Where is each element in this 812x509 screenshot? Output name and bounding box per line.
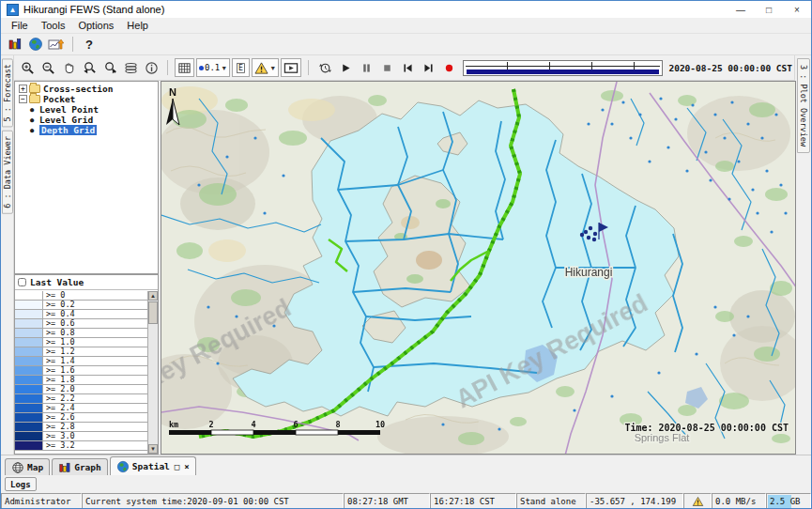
scrollbar-thumb[interactable] [148, 301, 158, 324]
chevron-down-icon: ▼ [269, 65, 276, 71]
status-system-time: Current system time:2020-09-01 00:00 CST [82, 493, 344, 509]
tab-map[interactable]: Map [5, 458, 50, 475]
warning-icon [692, 496, 704, 507]
tree-item-depth-grid[interactable]: ●Depth Grid [17, 125, 158, 135]
tree-item-label: Pocket [43, 94, 75, 104]
main-toolbar: ? [1, 34, 811, 55]
map-toolbar: 0.1▼ E ▼ 2020-08-25 00:00:00 CST [14, 55, 794, 81]
logs-button[interactable]: Logs [5, 477, 37, 491]
legend-scrollbar[interactable]: ▲ ▼ [147, 291, 158, 454]
legend-row: >= 1.6 [15, 366, 147, 376]
toolbar-separator [308, 60, 309, 75]
bullet-icon: ● [30, 116, 37, 124]
svg-text:2: 2 [208, 420, 213, 429]
tree-item-level-point[interactable]: ●Level Point [17, 104, 158, 115]
stop-icon [381, 62, 393, 74]
pan-button[interactable] [58, 58, 79, 77]
zoom-out-button[interactable] [38, 58, 58, 77]
legend-row: >= 2.6 [15, 413, 147, 423]
legend-color-swatch [15, 441, 43, 450]
side-tab-3-plot-overview[interactable]: 3 : Plot Overview [797, 58, 810, 153]
scroll-up-icon[interactable]: ▲ [148, 291, 158, 301]
longitudinal-profile-button[interactable]: E [232, 58, 250, 77]
last-value-label: Last Value [30, 277, 84, 287]
scroll-down-icon[interactable]: ▼ [148, 444, 158, 454]
menu-options[interactable]: Options [71, 20, 120, 31]
menu-file[interactable]: File [5, 20, 35, 31]
globe-wire-icon [11, 461, 24, 474]
last-value-checkbox[interactable] [18, 278, 26, 286]
legend-row: >= 0 [15, 291, 147, 301]
record-icon [443, 62, 455, 74]
status-alert[interactable] [683, 493, 712, 509]
maximize-button[interactable]: □ [755, 1, 783, 18]
tree-expander-icon[interactable]: − [19, 95, 27, 103]
chevron-down-icon: ▼ [221, 65, 227, 71]
spatial-display-button[interactable] [25, 35, 46, 54]
map-viewport[interactable]: API Key Required API Key Required Hikura… [161, 81, 796, 455]
status-local-time: 16:27:18 CST [430, 493, 516, 509]
town-label: Hikurangi [565, 266, 613, 279]
help-button[interactable]: ? [79, 35, 100, 54]
time-selection-bar [467, 69, 659, 74]
tree-item-pocket[interactable]: −Pocket [17, 94, 158, 104]
tree-item-label: Cross-section [43, 84, 113, 94]
zoom-previous-button[interactable] [79, 58, 100, 77]
grid-display-button[interactable] [175, 58, 194, 77]
time-slider[interactable] [463, 60, 663, 76]
legend-class-label: >= 1.2 [43, 347, 75, 356]
close-button[interactable]: × [783, 1, 811, 18]
tab-spatial[interactable]: Spatial□× [110, 456, 196, 475]
menu-tools[interactable]: Tools [35, 20, 72, 31]
play-icon [340, 62, 352, 74]
tab-maximize-icon[interactable]: □ [175, 462, 179, 471]
tab-close-icon[interactable]: × [184, 462, 189, 471]
side-tab-5-forecast[interactable]: 5 : Forecast [2, 58, 13, 127]
legend-class-label: >= 3.2 [43, 441, 75, 450]
help-icon: ? [85, 38, 93, 52]
pause-icon [360, 62, 373, 74]
warning-icon [254, 61, 268, 75]
info-icon [145, 61, 159, 75]
side-tab-6-data-viewer[interactable]: 6 : Data Viewer [2, 131, 13, 214]
legend-color-swatch [15, 357, 43, 365]
menu-help[interactable]: Help [120, 20, 155, 31]
tree-item-label: Depth Grid [39, 125, 97, 135]
animation-display-button[interactable] [281, 58, 301, 77]
place-label: Springs Flat [635, 432, 690, 443]
tree-item-cross-section[interactable]: +Cross-section [17, 84, 158, 94]
first-frame-button[interactable] [397, 58, 418, 77]
window-title: Hikurangi FEWS (Stand alone) [23, 4, 164, 15]
legend-class-label: >= 0 [43, 291, 65, 300]
database-explorer-button[interactable] [5, 35, 25, 54]
legend-row: >= 0.8 [15, 329, 147, 338]
layers-button[interactable] [120, 58, 141, 77]
zoom-next-button[interactable] [100, 58, 120, 77]
hand-icon [62, 61, 76, 75]
status-user: Administrator [1, 493, 82, 509]
timeseries-display-button[interactable] [46, 35, 67, 54]
legend-color-swatch [15, 423, 43, 431]
stop-button[interactable] [376, 58, 397, 77]
legend-row: >= 2.4 [15, 404, 147, 413]
pause-button[interactable] [356, 58, 376, 77]
legend-class-label: >= 2.4 [43, 404, 75, 412]
legend-row: >= 0.6 [15, 319, 147, 329]
record-button[interactable] [438, 58, 459, 77]
thresholds-dropdown[interactable]: ▼ [252, 58, 279, 77]
tab-graph[interactable]: Graph [52, 458, 108, 475]
tree-expander-icon[interactable]: + [19, 85, 27, 93]
minimize-button[interactable]: — [727, 1, 755, 18]
last-frame-button[interactable] [418, 58, 438, 77]
contour-precision-dropdown[interactable]: 0.1▼ [196, 58, 230, 77]
status-gmt-time: 08:27:18 GMT [344, 493, 430, 509]
folder-icon [29, 85, 40, 93]
animation-loop-button[interactable] [314, 58, 335, 77]
info-button[interactable] [141, 58, 161, 77]
zoom-in-button[interactable] [17, 58, 38, 77]
bar-chart-icon [8, 37, 23, 52]
tree-item-level-grid[interactable]: ●Level Grid [17, 115, 158, 125]
play-button[interactable] [335, 58, 356, 77]
tree-item-label: Level Grid [39, 115, 93, 125]
tab-label: Graph [74, 462, 101, 472]
